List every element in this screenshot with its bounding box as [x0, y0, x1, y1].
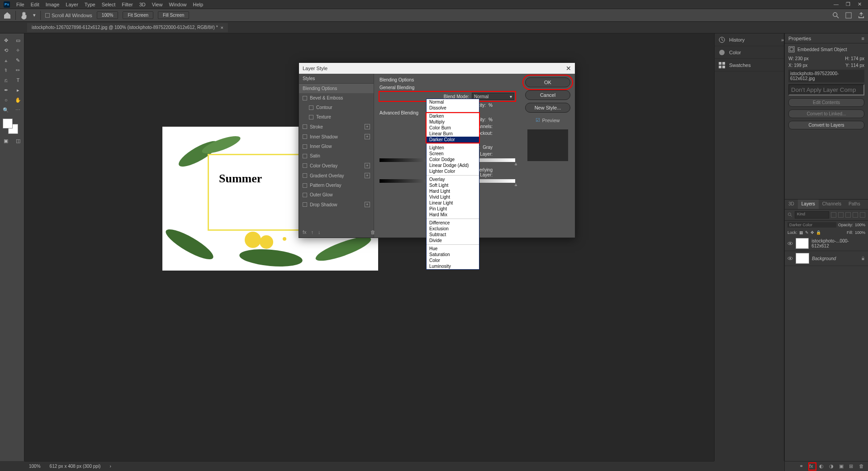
mask-icon[interactable]: ◐	[819, 463, 825, 470]
close-icon[interactable]: ✕	[858, 1, 862, 7]
blend-mode-option[interactable]: Color Burn	[427, 125, 479, 131]
effect-checkbox[interactable]	[303, 163, 307, 168]
blend-mode-option[interactable]: Dissolve	[427, 105, 479, 111]
hand-tool[interactable]: ✋	[12, 95, 24, 105]
style-effect-item[interactable]: Inner Glow	[299, 142, 374, 151]
magic-wand-tool[interactable]: ✧	[12, 45, 24, 55]
search-icon[interactable]	[833, 12, 839, 19]
foreground-color[interactable]	[3, 119, 13, 128]
height-value[interactable]: 174 px	[851, 56, 864, 61]
lock-position-icon[interactable]: ✥	[811, 230, 814, 235]
blend-mode-option[interactable]: Darker Color	[427, 137, 479, 143]
new-layer-icon[interactable]: ⊞	[849, 463, 855, 470]
blend-mode-option[interactable]: Linear Light	[427, 200, 479, 206]
adjustment-icon[interactable]: ◑	[829, 463, 835, 470]
style-effect-item[interactable]: Satin	[299, 151, 374, 161]
blend-mode-option[interactable]: Exclusion	[427, 226, 479, 232]
visibility-icon[interactable]	[787, 241, 793, 246]
scroll-all-check[interactable]: Scroll All Windows	[45, 13, 92, 18]
add-effect-icon[interactable]: +	[365, 202, 370, 207]
menu-3d[interactable]: 3D	[139, 2, 146, 7]
screen-mode[interactable]: ◫	[12, 136, 24, 146]
effect-checkbox[interactable]	[303, 134, 307, 139]
style-effect-item[interactable]: Inner Shadow+	[299, 132, 374, 142]
style-effect-item[interactable]: Drop Shadow+	[299, 200, 374, 209]
dialog-close-icon[interactable]: ✕	[566, 65, 571, 72]
layer-row[interactable]: istockphoto-...000-612x612	[785, 236, 868, 251]
menu-filter[interactable]: Filter	[122, 2, 133, 7]
tab-channels[interactable]: Channels	[819, 200, 845, 209]
blend-mode-option[interactable]: Saturation	[427, 252, 479, 257]
effect-checkbox[interactable]	[303, 124, 307, 129]
filter-kind-select[interactable]: Kind	[795, 211, 829, 219]
status-zoom[interactable]: 100%	[29, 464, 41, 469]
visibility-icon[interactable]	[787, 256, 793, 261]
fx-down-icon[interactable]: ↓	[318, 229, 321, 235]
blend-mode-option[interactable]: Hue	[427, 246, 479, 252]
effect-checkbox[interactable]	[303, 144, 307, 149]
layer-blend-select[interactable]: Darker Color	[787, 222, 836, 228]
fx-icon[interactable]: fx	[809, 463, 816, 470]
marquee-tool[interactable]: ▭	[12, 35, 24, 45]
lock-pixels-icon[interactable]: ✎	[805, 230, 809, 235]
filter-smart-icon[interactable]	[860, 212, 865, 218]
menu-select[interactable]: Select	[102, 2, 116, 7]
panel-menu-icon[interactable]: ≡	[862, 36, 864, 41]
effect-checkbox[interactable]	[303, 183, 307, 188]
close-tab-icon[interactable]: ×	[221, 25, 223, 30]
effect-checkbox[interactable]	[303, 173, 307, 178]
cancel-button[interactable]: Cancel	[525, 90, 570, 100]
blend-mode-option[interactable]: Luminosity	[427, 263, 479, 269]
history-panel-tab[interactable]: History »	[715, 33, 784, 46]
effect-checkbox[interactable]	[303, 202, 307, 207]
zoom-level[interactable]: 100%	[97, 11, 119, 19]
filter-adjust-icon[interactable]	[838, 212, 844, 218]
convert-layers-button[interactable]: Convert to Layers	[788, 121, 864, 129]
menu-file[interactable]: File	[16, 2, 24, 7]
effect-checkbox[interactable]	[303, 96, 307, 100]
eyedropper-tool[interactable]: ✎	[12, 55, 24, 65]
add-effect-icon[interactable]: +	[365, 124, 370, 129]
trash-icon[interactable]: 🗑	[370, 229, 375, 235]
share-icon[interactable]	[858, 12, 864, 19]
delete-layer-icon[interactable]: 🗑	[859, 463, 865, 470]
blend-mode-option[interactable]: Color	[427, 257, 479, 263]
blend-mode-option[interactable]: Linear Dodge (Add)	[427, 162, 479, 168]
style-effect-item[interactable]: Color Overlay+	[299, 161, 374, 171]
path-select-tool[interactable]: ▸	[12, 85, 24, 95]
blend-mode-option[interactable]: Multiply	[427, 119, 479, 125]
crop-tool[interactable]: ⟁	[0, 55, 12, 65]
blend-mode-option[interactable]: Divide	[427, 238, 479, 243]
new-style-button[interactable]: New Style...	[525, 103, 570, 113]
menu-layer[interactable]: Layer	[66, 2, 78, 7]
move-tool[interactable]: ✥	[0, 35, 12, 45]
blend-mode-option[interactable]: Difference	[427, 220, 479, 226]
zoom-tool[interactable]: 🔍	[0, 105, 12, 115]
color-panel-tab[interactable]: Color	[715, 46, 784, 59]
style-effect-item[interactable]: Bevel & Emboss	[299, 93, 374, 103]
menu-help[interactable]: Help	[193, 2, 204, 7]
dialog-titlebar[interactable]: Layer Style ✕	[299, 63, 575, 74]
more-tools[interactable]: ⋯	[12, 105, 24, 115]
add-effect-icon[interactable]: +	[365, 173, 370, 178]
blend-mode-option[interactable]: Vivid Light	[427, 194, 479, 200]
maximize-icon[interactable]: ❐	[846, 1, 850, 7]
color-swatches[interactable]	[0, 118, 24, 136]
effect-checkbox[interactable]	[303, 154, 307, 158]
pen-tool[interactable]: ✒	[0, 85, 12, 95]
search-icon[interactable]	[787, 212, 793, 218]
layer-comp-select[interactable]	[788, 84, 864, 95]
status-arrow-icon[interactable]: ›	[109, 464, 111, 469]
add-effect-icon[interactable]: +	[365, 163, 370, 168]
layer-fill[interactable]: 100%	[855, 230, 865, 235]
filter-pixel-icon[interactable]	[831, 212, 836, 218]
menu-edit[interactable]: Edit	[31, 2, 39, 7]
layer-row[interactable]: Background	[785, 251, 868, 266]
tab-3d[interactable]: 3D	[785, 200, 798, 209]
blend-mode-option[interactable]: Lighter Color	[427, 168, 479, 174]
style-effect-item[interactable]: Contour	[299, 103, 374, 112]
fill-screen-button[interactable]: Fill Screen	[158, 11, 189, 19]
swatches-panel-tab[interactable]: Swatches	[715, 59, 784, 71]
link-layers-icon[interactable]: ⚭	[799, 463, 806, 470]
group-icon[interactable]: ▣	[839, 463, 845, 470]
